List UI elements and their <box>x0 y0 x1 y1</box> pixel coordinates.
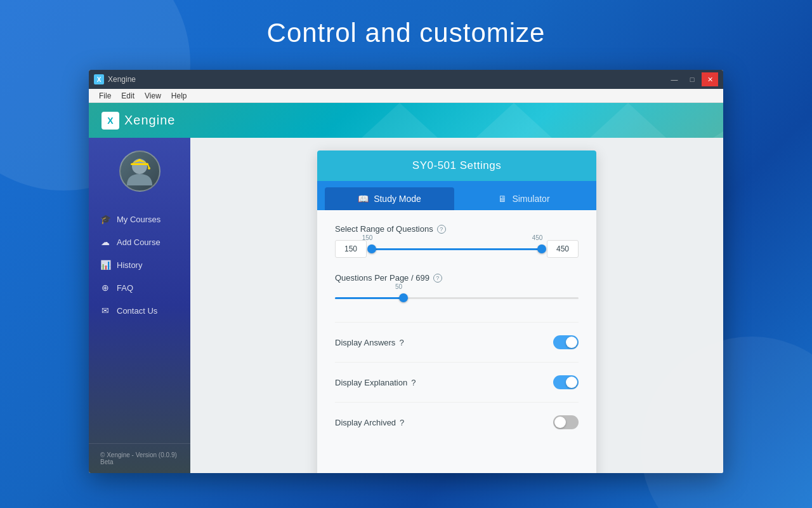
titlebar-title: Xengine <box>108 75 666 84</box>
display-explanation-row: Display Explanation ? <box>335 375 579 403</box>
settings-divider <box>335 322 579 323</box>
sidebar-item-label: FAQ <box>117 283 133 293</box>
menubar: File Edit View Help <box>89 89 723 103</box>
sidebar-nav: 🎓 My Courses ☁ Add Course 📊 History ⊕ FA… <box>89 201 190 443</box>
display-explanation-label: Display Explanation ? <box>335 378 416 387</box>
contact-icon: ✉ <box>100 305 110 316</box>
per-page-thumb[interactable]: 50 <box>399 293 408 302</box>
logo-icon: X <box>102 112 119 130</box>
app-content: 🎓 My Courses ☁ Add Course 📊 History ⊕ FA… <box>89 138 723 473</box>
page-title: Control and customize <box>0 0 812 60</box>
sidebar: 🎓 My Courses ☁ Add Course 📊 History ⊕ FA… <box>89 138 190 473</box>
tab-simulator[interactable]: 🖥 Simulator <box>459 187 589 210</box>
settings-dialog: SY0-501 Settings 📖 Study Mode 🖥 Simulato… <box>317 150 596 473</box>
display-explanation-toggle[interactable] <box>553 375 579 389</box>
courses-icon: 🎓 <box>100 214 110 224</box>
settings-body: Select Range of Questions ? 150 <box>317 210 596 469</box>
minimize-button[interactable]: — <box>666 72 683 86</box>
per-page-fill <box>335 297 403 299</box>
questions-per-page-help-icon[interactable]: ? <box>433 274 442 283</box>
display-explanation-help-icon[interactable]: ? <box>411 378 416 387</box>
study-mode-icon: 📖 <box>358 194 369 204</box>
display-answers-help-icon[interactable]: ? <box>399 338 403 347</box>
per-page-slider[interactable]: 50 <box>335 289 579 307</box>
avatar-icon <box>124 154 155 189</box>
settings-title: SY0-501 Settings <box>317 150 596 181</box>
menu-help[interactable]: Help <box>166 89 192 102</box>
display-answers-label: Display Answers ? <box>335 338 404 347</box>
menu-view[interactable]: View <box>140 89 166 102</box>
main-inner: SY0-501 Settings 📖 Study Mode 🖥 Simulato… <box>190 138 723 473</box>
sidebar-item-label: Contact Us <box>117 306 157 316</box>
range-thumb-max[interactable]: 450 <box>537 244 546 253</box>
questions-per-page-label: Questions Per Page / 699 ? <box>335 273 579 283</box>
app-window: X Xengine — □ ✕ File Edit View Help X Xe… <box>89 70 723 473</box>
sidebar-item-label: History <box>117 260 142 270</box>
sidebar-item-faq[interactable]: ⊕ FAQ <box>89 276 190 299</box>
questions-per-page-row: Questions Per Page / 699 ? 50 <box>335 273 579 307</box>
app-logo: X Xengine <box>102 112 175 130</box>
display-archived-toggle[interactable] <box>553 415 579 429</box>
range-questions-controls: 150 450 <box>335 240 579 258</box>
history-icon: 📊 <box>100 260 110 270</box>
menu-file[interactable]: File <box>94 89 116 102</box>
toggle-knob <box>566 337 577 348</box>
faq-icon: ⊕ <box>100 283 110 293</box>
tab-study-mode-label: Study Mode <box>374 194 421 204</box>
per-page-track: 50 <box>335 297 579 299</box>
header-banner: X Xengine <box>89 103 723 138</box>
display-archived-row: Display Archived ? <box>335 415 579 442</box>
sidebar-item-label: My Courses <box>117 215 160 224</box>
main-content: SY0-501 Settings 📖 Study Mode 🖥 Simulato… <box>190 138 723 473</box>
per-page-label: 50 <box>395 283 402 290</box>
maximize-button[interactable]: □ <box>684 72 700 86</box>
window-close-button[interactable]: ✕ <box>702 72 718 86</box>
sidebar-footer: © Xengine - Version (0.0.9) Beta <box>89 443 190 473</box>
range-fill <box>372 248 542 250</box>
display-answers-row: Display Answers ? <box>335 335 579 363</box>
range-questions-row: Select Range of Questions ? 150 <box>335 224 579 258</box>
range-max-input[interactable] <box>547 240 579 258</box>
titlebar: X Xengine — □ ✕ <box>89 70 723 89</box>
toggle-knob <box>566 377 577 388</box>
display-archived-label: Display Archived ? <box>335 418 404 427</box>
range-questions-label: Select Range of Questions ? <box>335 224 579 234</box>
range-thumb-min[interactable]: 150 <box>367 244 376 253</box>
simulator-icon: 🖥 <box>498 194 507 204</box>
add-course-icon: ☁ <box>100 237 110 247</box>
app-icon: X <box>94 74 104 84</box>
sidebar-item-contact-us[interactable]: ✉ Contact Us <box>89 299 190 322</box>
range-label-max: 450 <box>532 234 543 241</box>
tab-simulator-label: Simulator <box>512 194 549 204</box>
display-archived-help-icon[interactable]: ? <box>400 418 404 427</box>
tab-study-mode[interactable]: 📖 Study Mode <box>325 187 454 210</box>
logo-text: Xengine <box>124 113 175 128</box>
sidebar-item-history[interactable]: 📊 History <box>89 253 190 276</box>
sidebar-item-add-course[interactable]: ☁ Add Course <box>89 231 190 253</box>
sidebar-item-label: Add Course <box>117 237 160 247</box>
window-controls: — □ ✕ <box>666 72 718 86</box>
range-slider[interactable]: 150 450 <box>372 240 542 258</box>
settings-tabs: 📖 Study Mode 🖥 Simulator <box>317 181 596 210</box>
range-track: 150 450 <box>372 248 542 250</box>
range-label-min: 150 <box>362 234 373 241</box>
display-answers-toggle[interactable] <box>553 335 579 349</box>
settings-actions: CLOSE START <box>317 469 596 473</box>
menu-edit[interactable]: Edit <box>116 89 140 102</box>
toggle-knob <box>554 417 566 428</box>
sidebar-item-my-courses[interactable]: 🎓 My Courses <box>89 208 190 231</box>
range-min-input[interactable] <box>335 240 367 258</box>
svg-point-3 <box>148 167 150 170</box>
user-avatar-area <box>89 138 190 201</box>
avatar <box>119 150 160 192</box>
range-questions-help-icon[interactable]: ? <box>437 225 446 234</box>
svg-rect-1 <box>131 163 148 165</box>
svg-line-2 <box>147 163 149 168</box>
